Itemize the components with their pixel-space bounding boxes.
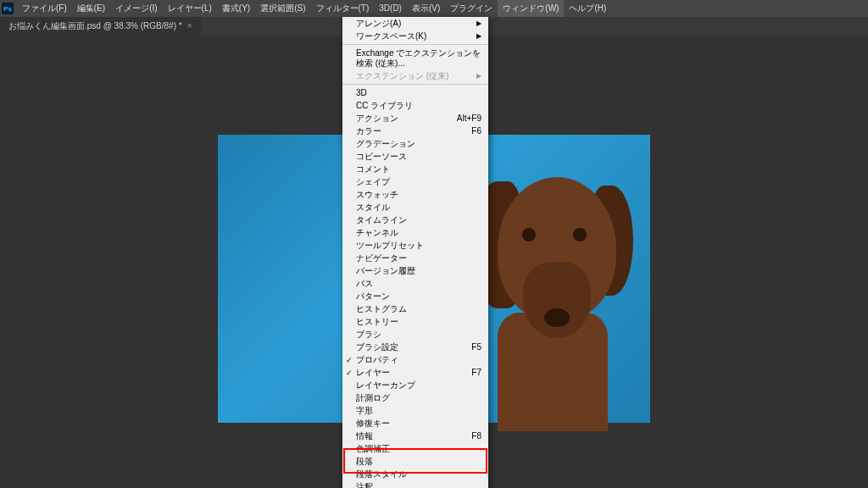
window-menu-dropdown: アレンジ(A)▶ワークスペース(K)▶Exchange でエクステンションを検索… bbox=[342, 17, 488, 488]
menu-item-label: アレンジ(A) bbox=[356, 19, 401, 29]
menu-item-label: 計測ログ bbox=[356, 393, 390, 403]
menu-編集[interactable]: 編集(E) bbox=[72, 0, 110, 17]
menu-item-label: 色調補正 bbox=[356, 444, 390, 454]
menu-item-label: ナビゲーター bbox=[356, 253, 407, 263]
submenu-arrow-icon: ▶ bbox=[476, 19, 481, 29]
menu-item[interactable]: パス bbox=[342, 277, 488, 290]
menu-item[interactable]: コピーソース bbox=[342, 150, 488, 163]
close-icon[interactable]: × bbox=[187, 17, 192, 36]
menu-item-label: 字形 bbox=[356, 406, 373, 416]
menu-item[interactable]: スウォッチ bbox=[342, 188, 488, 201]
menu-item-shortcut: F7 bbox=[471, 368, 481, 378]
menu-item: エクステンション (従来)▶ bbox=[342, 69, 488, 82]
menu-item[interactable]: ブラシ bbox=[342, 328, 488, 341]
menu-item-label: 修復キー bbox=[356, 419, 390, 429]
menu-item-shortcut: Alt+F9 bbox=[457, 114, 481, 124]
menu-item-label: ブラシ bbox=[356, 330, 381, 340]
menu-ファイル[interactable]: ファイル(F) bbox=[17, 0, 72, 17]
menu-item[interactable]: タイムライン bbox=[342, 214, 488, 226]
check-icon: ✓ bbox=[346, 368, 353, 378]
menu-item-shortcut: F5 bbox=[471, 342, 481, 352]
submenu-arrow-icon: ▶ bbox=[476, 31, 481, 42]
menu-item-label: スウォッチ bbox=[356, 190, 398, 200]
menu-item[interactable]: ツールプリセット bbox=[342, 239, 488, 252]
menu-item-label: ヒストグラム bbox=[356, 304, 407, 314]
menu-ヘルプ[interactable]: ヘルプ(H) bbox=[564, 0, 611, 17]
menu-item[interactable]: 段落スタイル bbox=[342, 468, 488, 480]
menu-item-label: グラデーション bbox=[356, 139, 415, 149]
menu-item[interactable]: パターン bbox=[342, 290, 488, 302]
menu-item[interactable]: 色調補正 bbox=[342, 442, 488, 455]
menu-item-label: ツールプリセット bbox=[356, 241, 424, 251]
menu-item[interactable]: 字形 bbox=[342, 404, 488, 417]
menu-item-label: 情報 bbox=[356, 431, 373, 441]
menu-item-label: タイムライン bbox=[356, 215, 407, 225]
menu-item-label: シェイプ bbox=[356, 177, 390, 187]
menu-item-label: 注釈 bbox=[356, 482, 373, 489]
menu-item-label: レイヤーカンプ bbox=[356, 380, 415, 391]
submenu-arrow-icon: ▶ bbox=[476, 71, 481, 81]
menu-表示[interactable]: 表示(V) bbox=[407, 0, 445, 17]
menu-item-label: CC ライブラリ bbox=[356, 101, 413, 111]
menu-item[interactable]: ヒストグラム bbox=[342, 302, 488, 315]
menu-item[interactable]: バージョン履歴 bbox=[342, 264, 488, 277]
menu-3d[interactable]: 3D(D) bbox=[374, 0, 407, 17]
menu-item[interactable]: 注釈 bbox=[342, 480, 488, 488]
menu-item[interactable]: ナビゲーター bbox=[342, 252, 488, 264]
menu-item[interactable]: ヒストリー bbox=[342, 315, 488, 328]
menu-item-label: パターン bbox=[356, 291, 390, 302]
menu-item[interactable]: ✓レイヤーF7 bbox=[342, 366, 488, 379]
document-tab[interactable]: お悩みくん編集画面.psd @ 38.3% (RGB/8#) * × bbox=[0, 17, 201, 36]
check-icon: ✓ bbox=[346, 355, 353, 365]
menu-item-label: パス bbox=[356, 279, 373, 289]
menu-item-label: バージョン履歴 bbox=[356, 266, 415, 276]
menu-item[interactable]: コメント bbox=[342, 163, 488, 175]
document-tab-title: お悩みくん編集画面.psd @ 38.3% (RGB/8#) * bbox=[8, 17, 182, 36]
menu-イメージ[interactable]: イメージ(I) bbox=[110, 0, 162, 17]
menu-item[interactable]: CC ライブラリ bbox=[342, 99, 488, 112]
menu-item[interactable]: ブラシ設定F5 bbox=[342, 341, 488, 353]
menu-item-label: エクステンション (従来) bbox=[356, 71, 448, 81]
menu-選択範囲[interactable]: 選択範囲(S) bbox=[255, 0, 310, 17]
menu-item[interactable]: 修復キー bbox=[342, 417, 488, 430]
menu-item-label: チャンネル bbox=[356, 228, 398, 238]
menu-item-label: ヒストリー bbox=[356, 317, 398, 327]
app-icon: Ps bbox=[2, 3, 14, 14]
menu-item-label: 段落スタイル bbox=[356, 469, 407, 480]
menu-item[interactable]: グラデーション bbox=[342, 137, 488, 150]
menu-item-label: スタイル bbox=[356, 202, 390, 213]
menu-item-label: ワークスペース(K) bbox=[356, 31, 426, 42]
menu-item[interactable]: ✓プロパティ bbox=[342, 353, 488, 366]
menu-item[interactable]: アクションAlt+F9 bbox=[342, 112, 488, 125]
menu-item[interactable]: ワークスペース(K)▶ bbox=[342, 30, 488, 42]
menu-item[interactable]: 計測ログ bbox=[342, 391, 488, 404]
menu-item-label: ブラシ設定 bbox=[356, 342, 398, 352]
menu-item[interactable]: カラーF6 bbox=[342, 125, 488, 137]
menu-フィルター[interactable]: フィルター(T) bbox=[311, 0, 375, 17]
menu-item-label: コピーソース bbox=[356, 152, 407, 162]
menu-item[interactable]: アレンジ(A)▶ bbox=[342, 17, 488, 30]
menu-item-label: Exchange でエクステンションを検索 (従来)... bbox=[356, 48, 481, 69]
menu-item-shortcut: F8 bbox=[471, 431, 481, 441]
menu-item[interactable]: 情報F8 bbox=[342, 430, 488, 442]
menubar: Ps ファイル(F)編集(E)イメージ(I)レイヤー(L)書式(Y)選択範囲(S… bbox=[0, 0, 868, 17]
menu-item-label: カラー bbox=[356, 126, 381, 136]
menu-item-label: コメント bbox=[356, 164, 390, 175]
menu-ウィンドウ[interactable]: ウィンドウ(W) bbox=[498, 0, 564, 17]
menu-item-label: レイヤー bbox=[356, 368, 390, 378]
menu-item-label: プロパティ bbox=[356, 355, 398, 365]
menu-item[interactable]: レイヤーカンプ bbox=[342, 379, 488, 391]
menu-書式[interactable]: 書式(Y) bbox=[217, 0, 255, 17]
menu-item-label: 3D bbox=[356, 88, 367, 98]
menu-レイヤー[interactable]: レイヤー(L) bbox=[163, 0, 217, 17]
menu-item-shortcut: F6 bbox=[471, 126, 481, 136]
menu-プラグイン[interactable]: プラグイン bbox=[445, 0, 498, 17]
menu-item-label: 段落 bbox=[356, 457, 373, 467]
menu-item[interactable]: チャンネル bbox=[342, 226, 488, 239]
menu-item[interactable]: 段落 bbox=[342, 455, 488, 468]
menu-item[interactable]: 3D bbox=[342, 86, 488, 99]
menu-item[interactable]: シェイプ bbox=[342, 175, 488, 188]
menu-item[interactable]: スタイル bbox=[342, 201, 488, 214]
menu-item-label: アクション bbox=[356, 114, 398, 124]
menu-item[interactable]: Exchange でエクステンションを検索 (従来)... bbox=[342, 47, 488, 69]
